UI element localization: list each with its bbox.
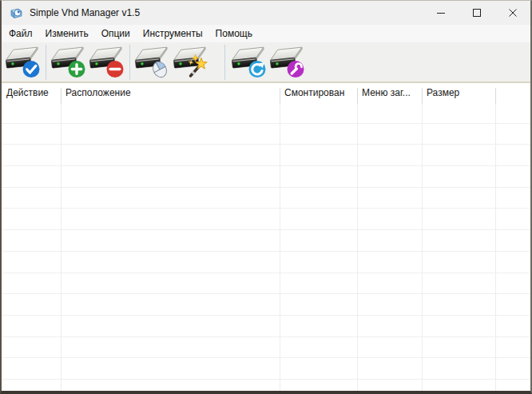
vhd-app-icon[interactable] — [10, 6, 23, 20]
column-header-4[interactable]: Размер — [422, 83, 495, 102]
toolbar-button-apply[interactable] — [4, 43, 42, 81]
grid-column-line — [357, 104, 358, 391]
vhd-list-header: ДействиеРасположениеСмонтированМеню заг.… — [2, 83, 530, 102]
toolbar-button-refresh[interactable] — [230, 43, 268, 81]
grid-column-line — [280, 104, 280, 391]
close-icon — [508, 8, 518, 18]
drive-refresh-icon — [230, 42, 268, 82]
menu-item-tools[interactable]: Инструменты — [137, 26, 209, 42]
toolbar-button-add[interactable] — [50, 43, 88, 81]
toolbar-button-remove[interactable] — [88, 43, 126, 81]
toolbar-button-wizard[interactable] — [172, 43, 210, 81]
window-title: Simple Vhd Manager v1.5 — [30, 7, 140, 18]
toolbar-separator — [129, 45, 130, 80]
toolbar-separator — [46, 45, 46, 80]
grid-column-line — [495, 104, 496, 391]
drive-wrench-icon — [268, 42, 307, 82]
drive-wand-icon — [172, 42, 210, 82]
column-header-0[interactable]: Действие — [2, 83, 61, 102]
title-bar[interactable]: Simple Vhd Manager v1.5 — [2, 1, 530, 25]
close-button[interactable] — [494, 1, 530, 25]
grid-column-line — [422, 104, 423, 391]
column-header-3[interactable]: Меню заг... — [357, 83, 422, 102]
vhd-list-body[interactable] — [2, 102, 530, 391]
maximize-button[interactable] — [459, 1, 494, 25]
header-separator — [61, 88, 62, 105]
app-window: Simple Vhd Manager v1.5 ФайлИзменитьОпци… — [0, 0, 532, 394]
toolbar — [2, 42, 530, 83]
header-separator — [357, 88, 358, 105]
grid-column-line — [61, 104, 62, 391]
menu-item-edit[interactable]: Изменить — [39, 26, 95, 42]
vhd-list[interactable]: ДействиеРасположениеСмонтированМеню заг.… — [2, 83, 530, 391]
drive-check-icon — [4, 42, 42, 82]
menu-item-options[interactable]: Опции — [95, 26, 137, 42]
window-controls — [423, 1, 530, 25]
menu-item-file[interactable]: Файл — [2, 26, 39, 42]
drive-remove-icon — [88, 42, 126, 82]
drive-add-icon — [50, 42, 88, 82]
drive-mouse-icon — [133, 42, 172, 82]
column-header-2[interactable]: Смонтирован — [280, 83, 357, 102]
minimize-icon — [436, 8, 446, 18]
header-separator — [495, 88, 496, 105]
toolbar-button-options[interactable] — [268, 43, 307, 81]
header-separator — [422, 88, 423, 105]
maximize-icon — [472, 8, 482, 18]
toolbar-separator — [224, 45, 225, 80]
menubar: ФайлИзменитьОпцииИнструментыПомощь — [2, 25, 530, 42]
menu-item-help[interactable]: Помощь — [209, 26, 259, 42]
header-separator — [280, 88, 280, 105]
minimize-button[interactable] — [423, 1, 459, 25]
toolbar-button-mount[interactable] — [133, 43, 172, 81]
column-header-1[interactable]: Расположение — [61, 83, 280, 102]
